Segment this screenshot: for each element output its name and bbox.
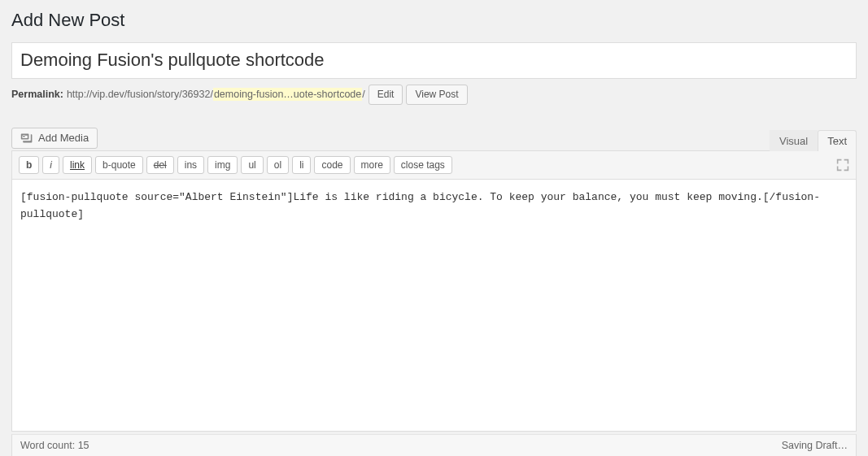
- add-media-button[interactable]: Add Media: [11, 128, 98, 149]
- qt-more-button[interactable]: more: [354, 156, 390, 174]
- post-title-input[interactable]: [11, 42, 857, 79]
- word-count-label: Word count:: [20, 440, 75, 451]
- qt-img-button[interactable]: img: [207, 156, 238, 174]
- qt-closetags-button[interactable]: close tags: [394, 156, 452, 174]
- word-count-value: 15: [78, 440, 89, 451]
- permalink-slug: demoing-fusion…uote-shortcode: [213, 88, 362, 101]
- permalink-row: Permalink: http://vip.dev/fusion/story/3…: [11, 85, 857, 105]
- save-status: Saving Draft…: [782, 440, 848, 451]
- qt-italic-button[interactable]: i: [42, 156, 59, 174]
- permalink-trailing: /: [362, 89, 364, 100]
- add-media-label: Add Media: [38, 132, 89, 144]
- quicktags-toolbar: b i link b-quote del ins img ul ol li co…: [11, 150, 857, 180]
- qt-link-button[interactable]: link: [63, 156, 92, 174]
- qt-del-button[interactable]: del: [146, 156, 174, 174]
- page-title: Add New Post: [11, 5, 857, 31]
- tab-visual[interactable]: Visual: [770, 130, 818, 151]
- qt-ol-button[interactable]: ol: [267, 156, 289, 174]
- edit-permalink-button[interactable]: Edit: [369, 85, 403, 105]
- qt-li-button[interactable]: li: [292, 156, 311, 174]
- qt-code-button[interactable]: code: [314, 156, 350, 174]
- editor-statusbar: Word count: 15 Saving Draft…: [11, 434, 857, 456]
- qt-ul-button[interactable]: ul: [241, 156, 263, 174]
- qt-bold-button[interactable]: b: [19, 156, 39, 174]
- fullscreen-icon[interactable]: [836, 159, 849, 172]
- permalink-base-url: http://vip.dev/fusion/story/36932/: [67, 89, 213, 100]
- view-post-button[interactable]: View Post: [406, 85, 467, 105]
- post-content-textarea[interactable]: [11, 180, 857, 432]
- permalink-label: Permalink:: [11, 89, 63, 100]
- tab-text[interactable]: Text: [818, 130, 857, 151]
- editor-tabs: Visual Text: [11, 129, 857, 150]
- media-icon: [20, 132, 33, 145]
- qt-bquote-button[interactable]: b-quote: [95, 156, 143, 174]
- qt-ins-button[interactable]: ins: [177, 156, 204, 174]
